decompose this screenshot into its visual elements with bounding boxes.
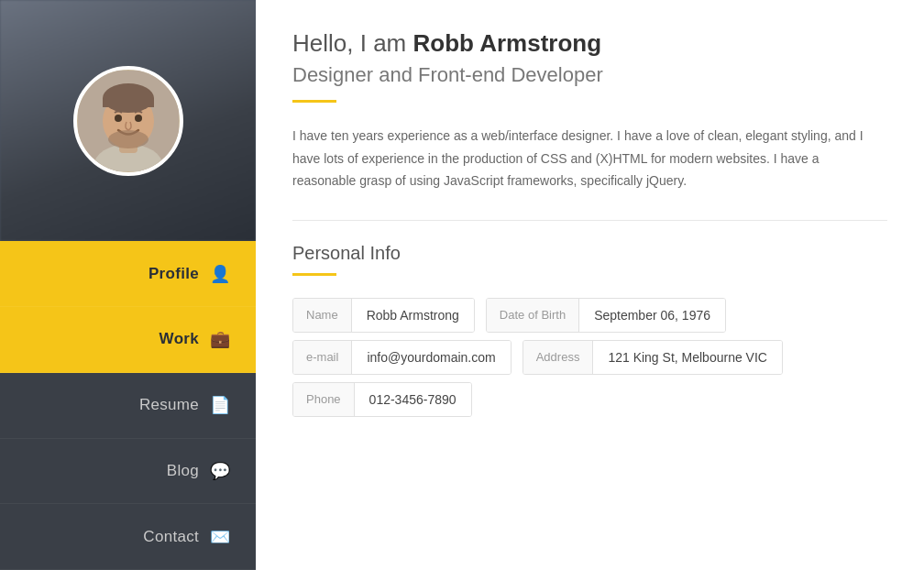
sidebar-item-blog[interactable]: Blog 💬 xyxy=(0,439,256,505)
sidebar-item-resume[interactable]: Resume 📄 xyxy=(0,373,256,439)
svg-point-7 xyxy=(135,115,142,122)
avatar xyxy=(73,66,183,176)
hero-name: Robb Armstrong xyxy=(413,29,602,57)
section-divider xyxy=(292,220,887,221)
email-label: e-mail xyxy=(293,341,352,374)
sidebar-item-contact[interactable]: Contact ✉️ xyxy=(0,504,256,570)
svg-rect-5 xyxy=(103,98,154,107)
sidebar-item-label: Contact xyxy=(143,528,199,546)
info-row-3: Phone 012-3456-7890 xyxy=(292,382,887,417)
name-label: Name xyxy=(293,299,352,332)
info-row-1: Name Robb Armstrong Date of Birth Septem… xyxy=(292,298,887,333)
svg-point-8 xyxy=(108,130,148,148)
avatar-image xyxy=(78,71,179,171)
phone-cell: Phone 012-3456-7890 xyxy=(292,382,472,417)
bio-text: I have ten years experience as a web/int… xyxy=(292,125,879,192)
phone-value: 012-3456-7890 xyxy=(355,383,471,416)
sidebar: Profile 👤 Work 💼 Resume 📄 Blog 💬 Contact… xyxy=(0,0,256,570)
sidebar-item-label: Profile xyxy=(148,265,199,283)
phone-label: Phone xyxy=(293,383,355,416)
address-label: Address xyxy=(523,341,594,374)
resume-icon: 📄 xyxy=(210,395,230,415)
greeting-prefix: Hello, I am xyxy=(292,29,413,57)
contact-icon: ✉️ xyxy=(210,527,230,547)
sidebar-item-label: Work xyxy=(160,330,199,348)
sidebar-item-profile[interactable]: Profile 👤 xyxy=(0,241,256,307)
sidebar-item-work[interactable]: Work 💼 xyxy=(0,307,256,373)
email-cell: e-mail info@yourdomain.com xyxy=(292,340,512,375)
main-content: Hello, I am Robb Armstrong Designer and … xyxy=(256,0,924,570)
address-value: 121 King St, Melbourne VIC xyxy=(593,341,782,374)
yellow-divider xyxy=(292,100,336,103)
blog-icon: 💬 xyxy=(210,461,230,481)
hero-greeting: Hello, I am Robb Armstrong xyxy=(292,29,887,58)
dob-cell: Date of Birth September 06, 1976 xyxy=(486,298,726,333)
section-title: Personal Info xyxy=(292,243,887,264)
name-cell: Name Robb Armstrong xyxy=(292,298,475,333)
address-cell: Address 121 King St, Melbourne VIC xyxy=(522,340,783,375)
name-value: Robb Armstrong xyxy=(352,299,474,332)
personal-info-grid: Name Robb Armstrong Date of Birth Septem… xyxy=(292,298,887,424)
avatar-area xyxy=(0,0,256,241)
dob-value: September 06, 1976 xyxy=(579,299,725,332)
dob-label: Date of Birth xyxy=(487,299,579,332)
info-row-2: e-mail info@yourdomain.com Address 121 K… xyxy=(292,340,887,375)
section-yellow-divider xyxy=(292,273,336,276)
hero-subtitle: Designer and Front-end Developer xyxy=(292,63,887,87)
work-icon: 💼 xyxy=(210,329,230,349)
sidebar-item-label: Blog xyxy=(167,462,199,480)
profile-icon: 👤 xyxy=(210,264,230,284)
svg-point-6 xyxy=(115,115,122,122)
email-value: info@yourdomain.com xyxy=(352,341,510,374)
sidebar-item-label: Resume xyxy=(139,396,199,414)
